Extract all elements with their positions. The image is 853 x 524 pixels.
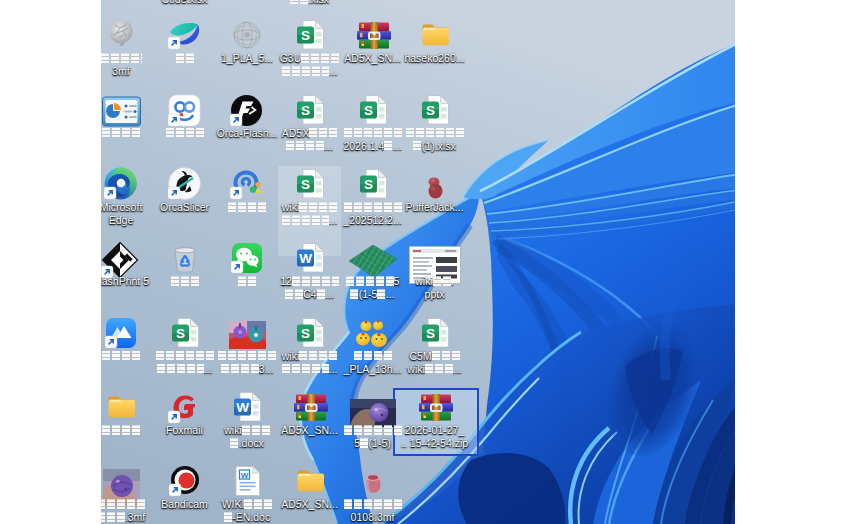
svg-text:S: S	[363, 102, 372, 117]
svg-text:W: W	[236, 400, 249, 415]
svg-text:S: S	[300, 325, 309, 340]
svg-text:S: S	[300, 102, 309, 117]
svg-text:S: S	[300, 177, 309, 192]
svg-text:S: S	[425, 102, 434, 117]
svg-text:S: S	[363, 177, 372, 192]
svg-text:S: S	[425, 325, 434, 340]
svg-text:S: S	[175, 325, 184, 340]
svg-text:W: W	[299, 251, 312, 266]
svg-text:W: W	[241, 471, 249, 480]
svg-text:S: S	[300, 28, 309, 43]
